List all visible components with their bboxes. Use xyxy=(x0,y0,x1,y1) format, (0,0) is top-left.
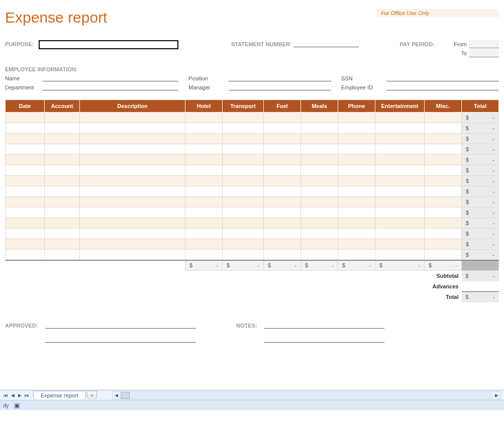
approved-line-2[interactable] xyxy=(45,336,196,343)
department-input[interactable] xyxy=(43,83,178,90)
table-cell[interactable] xyxy=(80,123,185,134)
table-cell[interactable] xyxy=(80,186,185,197)
table-cell[interactable] xyxy=(425,165,462,176)
table-cell[interactable] xyxy=(301,134,338,144)
table-cell[interactable] xyxy=(301,229,338,239)
table-cell[interactable] xyxy=(6,186,45,197)
table-cell[interactable] xyxy=(6,239,45,250)
scroll-right-icon[interactable]: ▶ xyxy=(492,393,500,398)
table-cell[interactable] xyxy=(338,134,375,144)
table-cell[interactable] xyxy=(338,144,375,155)
table-cell[interactable] xyxy=(185,165,223,176)
table-cell[interactable] xyxy=(185,113,223,123)
table-cell[interactable] xyxy=(6,144,45,155)
prev-sheet-icon[interactable]: ◀ xyxy=(9,391,16,399)
macro-record-icon[interactable]: ▣ xyxy=(14,402,20,409)
table-cell[interactable] xyxy=(185,134,223,144)
table-cell[interactable] xyxy=(45,207,80,218)
table-cell[interactable] xyxy=(425,229,462,239)
table-cell[interactable] xyxy=(425,176,462,186)
table-cell[interactable] xyxy=(223,207,264,218)
column-header[interactable]: Total xyxy=(462,100,499,113)
statement-number-input[interactable] xyxy=(293,40,359,47)
purpose-input[interactable] xyxy=(39,40,178,49)
table-cell[interactable] xyxy=(301,250,338,260)
table-cell[interactable] xyxy=(425,207,462,218)
table-cell[interactable] xyxy=(375,155,425,165)
table-cell[interactable] xyxy=(375,186,425,197)
table-cell[interactable] xyxy=(375,123,425,134)
table-cell[interactable] xyxy=(223,186,264,197)
sheet-tab-expense-report[interactable]: Expense report xyxy=(33,391,86,399)
table-cell[interactable] xyxy=(6,197,45,207)
table-cell[interactable] xyxy=(185,123,223,134)
table-cell[interactable] xyxy=(45,186,80,197)
employee-id-input[interactable] xyxy=(386,83,499,90)
column-header[interactable]: Account xyxy=(45,100,80,113)
table-cell[interactable] xyxy=(185,155,223,165)
table-cell[interactable] xyxy=(338,113,375,123)
table-cell[interactable] xyxy=(264,186,301,197)
insert-sheet-icon[interactable]: ✦ xyxy=(87,391,97,399)
table-cell[interactable] xyxy=(80,155,185,165)
manager-input[interactable] xyxy=(229,83,331,90)
table-cell[interactable] xyxy=(223,123,264,134)
table-cell[interactable] xyxy=(45,113,80,123)
table-cell[interactable] xyxy=(223,113,264,123)
table-cell[interactable] xyxy=(375,250,425,260)
table-cell[interactable] xyxy=(264,197,301,207)
table-cell[interactable] xyxy=(45,155,80,165)
table-cell[interactable] xyxy=(6,123,45,134)
next-sheet-icon[interactable]: ▶ xyxy=(16,391,23,399)
table-cell[interactable] xyxy=(6,134,45,144)
table-cell[interactable] xyxy=(223,197,264,207)
table-cell[interactable] xyxy=(264,165,301,176)
table-cell[interactable] xyxy=(223,165,264,176)
table-cell[interactable] xyxy=(264,218,301,229)
table-cell[interactable] xyxy=(301,123,338,134)
table-cell[interactable] xyxy=(264,144,301,155)
table-cell[interactable] xyxy=(264,250,301,260)
table-cell[interactable] xyxy=(375,239,425,250)
table-cell[interactable] xyxy=(425,250,462,260)
table-cell[interactable] xyxy=(425,144,462,155)
first-sheet-icon[interactable]: ⏮ xyxy=(2,391,9,399)
table-cell[interactable] xyxy=(223,176,264,186)
table-cell[interactable] xyxy=(375,229,425,239)
column-header[interactable]: Hotel xyxy=(185,100,223,113)
table-cell[interactable] xyxy=(338,123,375,134)
table-cell[interactable] xyxy=(185,197,223,207)
sheet-nav-buttons[interactable]: ⏮ ◀ ▶ ⏭ xyxy=(0,391,32,399)
notes-line-1[interactable] xyxy=(264,322,384,329)
table-cell[interactable] xyxy=(375,134,425,144)
to-input[interactable] xyxy=(469,49,499,57)
table-cell[interactable] xyxy=(45,218,80,229)
table-cell[interactable] xyxy=(6,176,45,186)
table-cell[interactable] xyxy=(301,207,338,218)
column-header[interactable]: Date xyxy=(6,100,45,113)
table-cell[interactable] xyxy=(375,144,425,155)
table-cell[interactable] xyxy=(375,197,425,207)
table-cell[interactable] xyxy=(80,134,185,144)
horizontal-scrollbar[interactable]: ◀ ▶ xyxy=(112,391,501,399)
table-cell[interactable] xyxy=(80,218,185,229)
table-cell[interactable] xyxy=(338,165,375,176)
table-cell[interactable] xyxy=(425,123,462,134)
table-cell[interactable] xyxy=(301,165,338,176)
table-cell[interactable] xyxy=(425,197,462,207)
table-cell[interactable] xyxy=(185,239,223,250)
table-cell[interactable] xyxy=(375,165,425,176)
name-input[interactable] xyxy=(43,74,178,81)
table-cell[interactable] xyxy=(375,218,425,229)
table-cell[interactable] xyxy=(45,176,80,186)
table-cell[interactable] xyxy=(301,176,338,186)
table-cell[interactable] xyxy=(6,113,45,123)
table-cell[interactable] xyxy=(185,186,223,197)
table-cell[interactable] xyxy=(338,186,375,197)
table-cell[interactable] xyxy=(6,155,45,165)
table-cell[interactable] xyxy=(338,229,375,239)
table-cell[interactable] xyxy=(301,197,338,207)
last-sheet-icon[interactable]: ⏭ xyxy=(23,391,30,399)
table-cell[interactable] xyxy=(80,144,185,155)
table-cell[interactable] xyxy=(425,155,462,165)
